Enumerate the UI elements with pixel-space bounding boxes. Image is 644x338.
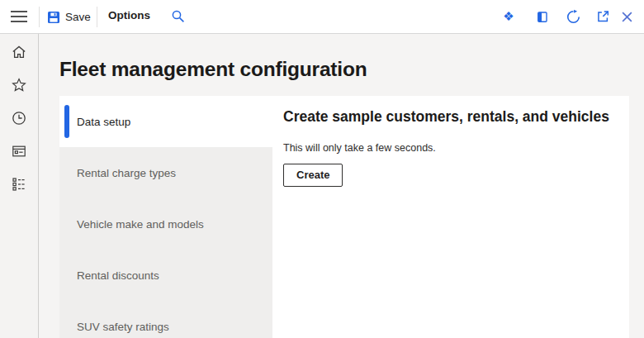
nav-home-button[interactable] (0, 36, 38, 69)
command-bar: Save Options ❖ (0, 0, 644, 34)
open-new-window-button[interactable] (594, 8, 611, 25)
apps-diamonds-icon: ❖ (503, 8, 514, 25)
favorites-star-icon (11, 77, 27, 93)
open-new-window-icon (595, 9, 610, 24)
apps-button[interactable]: ❖ (500, 8, 517, 25)
nav-modules-button[interactable] (0, 168, 38, 201)
refresh-icon (566, 9, 581, 25)
topbar-divider (39, 7, 40, 27)
tab-label: Rental discounts (77, 269, 159, 282)
create-button[interactable]: Create (283, 164, 343, 187)
hamburger-menu-button[interactable] (9, 9, 29, 26)
vertical-tab-list: Data setup Rental charge types Vehicle m… (59, 96, 272, 338)
nav-recent-button[interactable] (0, 102, 38, 135)
hamburger-icon (10, 9, 28, 24)
active-tab-indicator (64, 105, 69, 138)
recent-clock-icon (11, 110, 27, 126)
refresh-button[interactable] (565, 8, 581, 25)
tab-content-panel: Create sample customers, rentals, and ve… (272, 96, 629, 338)
tab-vehicle-make-and-models[interactable]: Vehicle make and models (59, 198, 272, 250)
nav-favorites-button[interactable] (0, 69, 38, 102)
nav-workspaces-button[interactable] (0, 135, 38, 168)
app-window: Save Options ❖ (0, 0, 644, 338)
tab-label: Vehicle make and models (77, 218, 204, 231)
left-nav-rail (0, 34, 39, 338)
open-in-office-icon (535, 10, 549, 24)
search-button[interactable] (168, 9, 187, 26)
topbar-divider (97, 7, 97, 27)
close-icon (621, 11, 633, 23)
tab-suv-safety-ratings[interactable]: SUV safety ratings (59, 301, 272, 338)
workspaces-window-icon (11, 143, 27, 159)
panel-description: This will only take a few seconds. (283, 142, 616, 154)
tab-data-setup[interactable]: Data setup (59, 96, 272, 147)
close-button[interactable] (618, 8, 635, 25)
tab-label: SUV safety ratings (77, 321, 169, 333)
save-button[interactable]: Save (47, 7, 91, 27)
tab-label: Data setup (77, 116, 130, 128)
tab-rental-charge-types[interactable]: Rental charge types (59, 147, 272, 198)
home-icon (11, 44, 27, 60)
search-icon (171, 9, 185, 23)
options-menu[interactable]: Options (108, 9, 150, 21)
page-title: Fleet management configuration (59, 58, 367, 81)
save-icon (47, 11, 60, 24)
open-in-office-button[interactable] (533, 8, 550, 25)
panel-heading: Create sample customers, rentals, and ve… (283, 108, 616, 126)
modules-list-icon (11, 176, 27, 193)
tab-label: Rental charge types (77, 167, 176, 179)
tab-rental-discounts[interactable]: Rental discounts (59, 250, 272, 301)
save-label: Save (65, 11, 91, 23)
